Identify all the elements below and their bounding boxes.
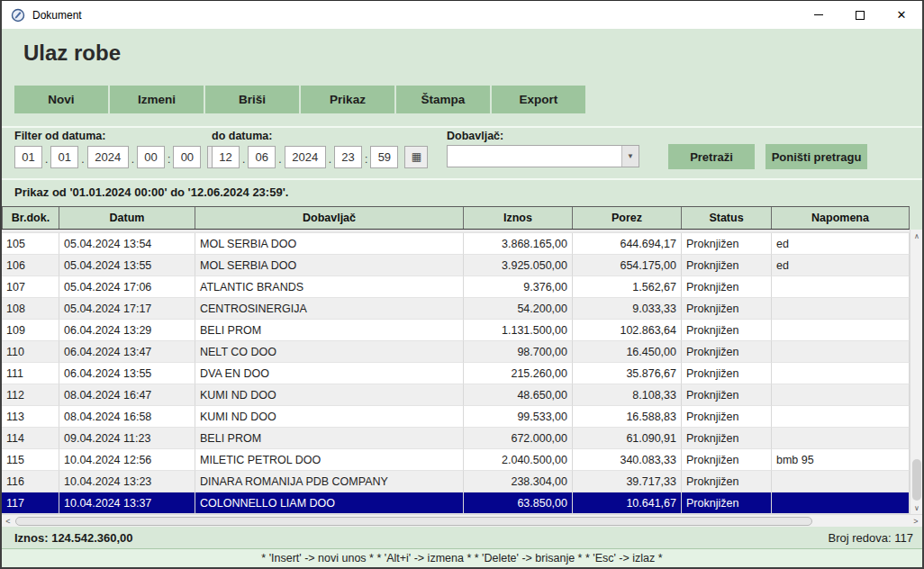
- from-hour-input[interactable]: [137, 146, 165, 168]
- table-row[interactable]: 11710.04.2024 13:37COLONNELLO LIAM DOO63…: [2, 492, 910, 514]
- table-cell: 05.04.2024 17:06: [59, 276, 195, 298]
- calendar-icon: ▦: [412, 150, 421, 163]
- column-header-dobavljac[interactable]: Dobavljač: [195, 207, 464, 229]
- from-day-input[interactable]: [14, 146, 42, 168]
- table-row[interactable]: 11409.04.2024 11:23BELI PROM672.000,0061…: [2, 428, 910, 449]
- table-cell: bmb 95: [772, 449, 910, 471]
- from-month-input[interactable]: [50, 146, 78, 168]
- pretrazi-button[interactable]: Pretraži: [668, 144, 755, 169]
- stampa-button[interactable]: Štampa: [396, 86, 490, 113]
- date-separator: .: [278, 153, 281, 168]
- table-cell: 672.000,00: [464, 428, 573, 449]
- table-cell: 215.260,00: [464, 363, 573, 384]
- table-cell: 3.925.050,00: [464, 255, 573, 276]
- scroll-down-button[interactable]: ∨: [910, 501, 923, 514]
- table-cell: Proknjižen: [682, 255, 772, 276]
- table-cell: Proknjižen: [682, 449, 772, 471]
- table-cell: [772, 363, 910, 384]
- table-row[interactable]: 10705.04.2024 17:06ATLANTIC BRANDS9.376,…: [2, 276, 910, 298]
- filter-from-label: Filter od datuma:: [14, 130, 105, 142]
- shortcut-hints: * 'Insert' -> novi unos * * 'Alt+i' -> i…: [261, 552, 662, 564]
- table-cell: 107: [2, 276, 59, 298]
- maximize-button[interactable]: [839, 1, 881, 29]
- prikaz-button[interactable]: Prikaz: [301, 86, 394, 113]
- date-separator: .: [242, 153, 245, 168]
- scroll-up-button[interactable]: ∧: [910, 230, 923, 242]
- table-cell: 106: [2, 255, 59, 276]
- table-row[interactable]: 11106.04.2024 13:55DVA EN DOO215.260,003…: [2, 363, 910, 384]
- table-row[interactable]: 11208.04.2024 16:47KUMI ND DOO48.650,008…: [2, 384, 910, 406]
- table-cell: 109: [2, 320, 59, 341]
- izmeni-button[interactable]: Izmeni: [110, 86, 204, 113]
- table-cell: 110: [2, 341, 59, 363]
- vertical-scrollbar[interactable]: ∧ ∨: [910, 230, 922, 514]
- table-row[interactable]: 11308.04.2024 16:58KUMI ND DOO99.533,001…: [2, 406, 910, 428]
- novi-button[interactable]: Novi: [14, 86, 108, 113]
- table-cell: ed: [772, 233, 910, 255]
- date-separator: .: [81, 153, 84, 168]
- table-cell: [772, 471, 910, 492]
- supplier-dropdown-button[interactable]: ▼: [621, 146, 639, 167]
- horizontal-scroll-thumb[interactable]: [15, 517, 812, 526]
- table-cell: [772, 428, 910, 449]
- table-cell: [772, 492, 910, 514]
- filter-to-label: do datuma:: [212, 130, 272, 142]
- supplier-input[interactable]: [448, 146, 621, 167]
- time-separator: :: [365, 153, 367, 168]
- to-month-input[interactable]: [248, 146, 276, 168]
- column-header-datum[interactable]: Datum: [59, 207, 195, 229]
- brisi-button[interactable]: Briši: [205, 86, 299, 113]
- table-cell: 10.04.2024 12:56: [59, 449, 195, 471]
- table-cell: 08.04.2024 16:58: [59, 406, 195, 428]
- table-cell: 115: [2, 449, 59, 471]
- table-row[interactable]: 10605.04.2024 13:55MOL SERBIA DOO3.925.0…: [2, 255, 910, 276]
- column-header-napomena[interactable]: Napomena: [772, 207, 910, 229]
- vertical-scroll-thumb[interactable]: [912, 459, 921, 501]
- column-header-status[interactable]: Status: [682, 207, 772, 229]
- to-minute-input[interactable]: [370, 146, 398, 168]
- chevron-left-icon: <: [5, 517, 10, 526]
- table-cell: KUMI ND DOO: [195, 384, 464, 406]
- to-hour-input[interactable]: [334, 146, 362, 168]
- table-cell: Proknjižen: [682, 428, 772, 449]
- table-cell: 35.876,67: [573, 363, 682, 384]
- close-button[interactable]: ✕: [881, 1, 922, 29]
- table-row[interactable]: 11006.04.2024 13:47NELT CO DOO98.700,001…: [2, 341, 910, 363]
- column-header-porez[interactable]: Porez: [573, 207, 682, 229]
- title-bar: Dokument ✕: [2, 1, 922, 29]
- table-row[interactable]: 11610.04.2024 13:23DINARA ROMANIJA PDB C…: [2, 471, 910, 492]
- table-cell: 8.108,33: [573, 384, 682, 406]
- app-window: Dokument ✕ Ulaz robe Novi Izmeni Briši P…: [0, 0, 924, 569]
- horizontal-scrollbar[interactable]: < >: [2, 514, 922, 527]
- table-cell: 09.04.2024 11:23: [59, 428, 195, 449]
- table-row[interactable]: 10906.04.2024 13:29BELI PROM1.131.500,00…: [2, 320, 910, 341]
- supplier-label: Dobavljač:: [447, 130, 503, 142]
- table-row[interactable]: 11510.04.2024 12:56MILETIC PETROL DOO2.0…: [2, 449, 910, 471]
- to-calendar-button[interactable]: ▦: [404, 146, 428, 168]
- chevron-up-icon: ∧: [914, 232, 919, 240]
- from-year-input[interactable]: [87, 146, 129, 168]
- to-year-input[interactable]: [285, 146, 326, 168]
- table-cell: 644.694,17: [573, 233, 682, 255]
- from-minute-input[interactable]: [173, 146, 201, 168]
- ponisti-pretragu-button[interactable]: Poništi pretragu: [765, 144, 867, 169]
- time-separator: :: [168, 153, 170, 168]
- scroll-right-button[interactable]: >: [910, 515, 922, 528]
- column-header-brdok[interactable]: Br.dok.: [2, 207, 59, 229]
- table-cell: 105: [2, 233, 59, 255]
- table-cell: MOL SERBIA DOO: [195, 255, 464, 276]
- table-cell: Proknjižen: [682, 298, 772, 320]
- minimize-button[interactable]: [798, 1, 839, 29]
- export-button[interactable]: Export: [492, 86, 585, 113]
- page-title: Ulaz robe: [23, 41, 121, 66]
- table-cell: 61.090,91: [573, 428, 682, 449]
- table-row[interactable]: 10505.04.2024 13:54MOL SERBIA DOO3.868.1…: [2, 233, 910, 255]
- from-date-group: . . . : ▦: [14, 145, 231, 168]
- scroll-left-button[interactable]: <: [2, 515, 14, 528]
- table-cell: 117: [2, 492, 59, 514]
- to-day-input[interactable]: [212, 146, 240, 168]
- supplier-combobox[interactable]: ▼: [447, 145, 639, 167]
- column-header-iznos[interactable]: Iznos: [464, 207, 573, 229]
- total-amount: Iznos: 124.542.360,00: [14, 531, 133, 545]
- table-row[interactable]: 10805.04.2024 17:17CENTROSINERGIJA54.200…: [2, 298, 910, 320]
